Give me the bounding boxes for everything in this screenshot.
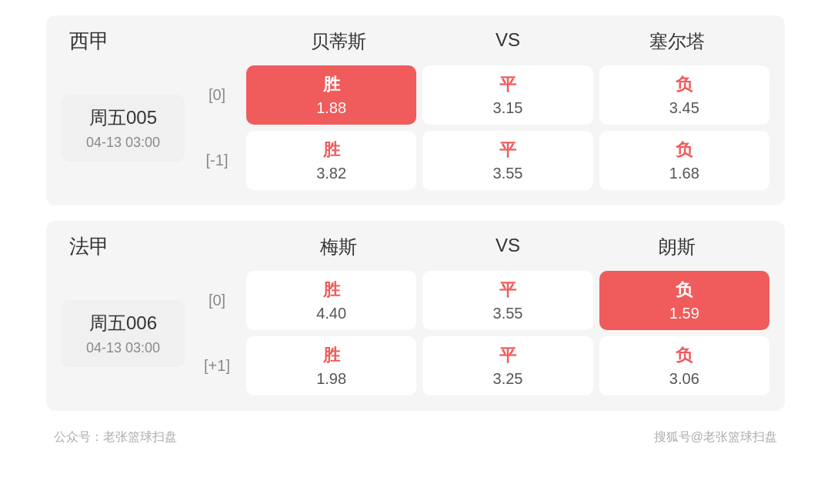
match1-cell-0-lose: 负 3.45 xyxy=(599,65,769,125)
match2-odds-row-1: [+1] 胜 1.98 平 3.25 负 3.06 xyxy=(194,336,769,396)
match1-label-0-draw: 平 xyxy=(499,73,516,96)
match1-info: 周五005 04-13 03:00 xyxy=(62,95,185,162)
watermark-right: 搜狐号@老张篮球扫盘 xyxy=(654,429,777,446)
league2-name: 法甲 xyxy=(69,233,109,260)
match1-label-1-draw: 平 xyxy=(499,139,516,162)
match2-label-0-win: 胜 xyxy=(323,279,340,302)
match2-value-1-draw: 3.25 xyxy=(493,370,523,388)
match2-handicap-1: [+1] xyxy=(194,357,240,375)
team2-headers: 梅斯 VS 朗斯 xyxy=(239,235,762,259)
match2-value-1-win: 1.98 xyxy=(316,370,346,388)
match1-label-1-win: 胜 xyxy=(323,139,340,162)
vs1-label: VS xyxy=(423,29,592,54)
match2-date: 04-13 03:00 xyxy=(68,340,179,356)
match1-odds-row-0: [0] 胜 1.88 平 3.15 负 3.45 xyxy=(194,65,769,125)
match2-cell-0-win: 胜 4.40 xyxy=(246,271,416,330)
match2-cell-1-draw: 平 3.25 xyxy=(422,336,592,396)
match2-value-0-draw: 3.55 xyxy=(493,305,523,322)
match1-odds-row-1: [-1] 胜 3.82 平 3.55 负 1.68 xyxy=(194,131,769,190)
match1-cell-1-lose: 负 1.68 xyxy=(599,131,769,190)
match1-id: 周五005 xyxy=(68,105,179,130)
match1-handicap-1: [-1] xyxy=(194,152,240,169)
match1-value-1-draw: 3.55 xyxy=(493,165,523,182)
section-laliga: 西甲 贝蒂斯 VS 塞尔塔 周五005 04-13 03:00 [0] 胜 1.… xyxy=(46,15,785,205)
match2-cell-1-lose: 负 3.06 xyxy=(599,336,769,396)
match2-value-0-win: 4.40 xyxy=(316,305,346,322)
match1-cell-1-win: 胜 3.82 xyxy=(246,131,416,190)
match1-handicap-0: [0] xyxy=(194,86,240,104)
team1-away: 塞尔塔 xyxy=(592,29,762,54)
match2-id: 周五006 xyxy=(68,311,179,335)
match2-cells-0: 胜 4.40 平 3.55 负 1.59 xyxy=(246,271,769,330)
match2-label-1-lose: 负 xyxy=(676,344,692,367)
match1-cell-0-draw: 平 3.15 xyxy=(422,65,592,125)
section1-header: 西甲 贝蒂斯 VS 塞尔塔 xyxy=(62,28,769,55)
match2-cells-1: 胜 1.98 平 3.25 负 3.06 xyxy=(246,336,769,396)
match2-handicap-0: [0] xyxy=(194,292,240,309)
match2-label-1-draw: 平 xyxy=(499,344,516,367)
match2-cell-1-win: 胜 1.98 xyxy=(246,336,416,396)
match1-row: 周五005 04-13 03:00 [0] 胜 1.88 平 3.15 负 xyxy=(62,65,769,190)
match1-value-0-win: 1.88 xyxy=(316,99,346,117)
watermark-left: 公众号：老张篮球扫盘 xyxy=(54,429,177,446)
team1-headers: 贝蒂斯 VS 塞尔塔 xyxy=(239,29,762,54)
match2-value-0-lose: 1.59 xyxy=(669,305,699,322)
match2-cell-0-draw: 平 3.55 xyxy=(422,271,592,330)
team2-home: 梅斯 xyxy=(254,235,423,259)
match2-odds-block: [0] 胜 4.40 平 3.55 负 1.59 xyxy=(194,271,769,396)
match1-value-1-lose: 1.68 xyxy=(669,165,699,182)
match1-label-0-win: 胜 xyxy=(323,73,340,96)
team1-home: 贝蒂斯 xyxy=(254,29,423,54)
match1-odds-block: [0] 胜 1.88 平 3.15 负 3.45 xyxy=(194,65,769,190)
section2-header: 法甲 梅斯 VS 朗斯 xyxy=(62,233,769,260)
match2-label-0-draw: 平 xyxy=(499,279,516,302)
match1-label-1-lose: 负 xyxy=(676,139,692,162)
match1-date: 04-13 03:00 xyxy=(68,135,179,151)
match2-cell-0-lose: 负 1.59 xyxy=(599,271,769,330)
match1-label-0-lose: 负 xyxy=(676,73,692,96)
match1-value-0-lose: 3.45 xyxy=(669,99,699,117)
team2-away: 朗斯 xyxy=(592,235,762,259)
league1-name: 西甲 xyxy=(69,28,109,55)
match2-label-1-win: 胜 xyxy=(323,344,340,367)
match2-label-0-lose: 负 xyxy=(676,279,692,302)
watermark-bar: 公众号：老张篮球扫盘 搜狐号@老张篮球扫盘 xyxy=(46,426,785,449)
match1-value-0-draw: 3.15 xyxy=(493,99,523,117)
match2-odds-row-0: [0] 胜 4.40 平 3.55 负 1.59 xyxy=(194,271,769,330)
match1-cell-0-win: 胜 1.88 xyxy=(246,65,416,125)
match1-value-1-win: 3.82 xyxy=(316,165,346,182)
match1-cells-0: 胜 1.88 平 3.15 负 3.45 xyxy=(246,65,769,125)
match2-value-1-lose: 3.06 xyxy=(669,370,699,388)
match2-info: 周五006 04-13 03:00 xyxy=(62,300,185,367)
match1-cell-1-draw: 平 3.55 xyxy=(422,131,592,190)
match1-cells-1: 胜 3.82 平 3.55 负 1.68 xyxy=(246,131,769,190)
vs2-label: VS xyxy=(423,235,592,259)
match2-row: 周五006 04-13 03:00 [0] 胜 4.40 平 3.55 负 xyxy=(62,271,769,396)
section-ligue1: 法甲 梅斯 VS 朗斯 周五006 04-13 03:00 [0] 胜 4.40 xyxy=(46,221,785,411)
